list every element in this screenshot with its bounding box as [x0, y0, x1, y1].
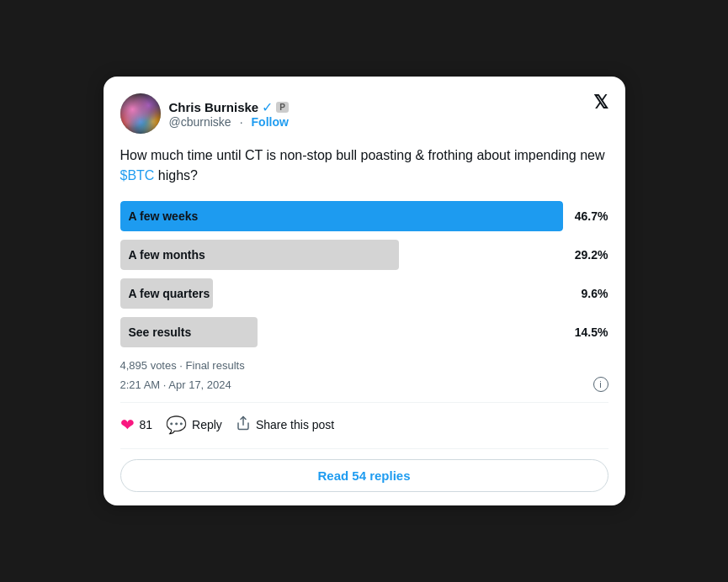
- user-handle: @cburniske: [169, 115, 231, 129]
- tweet-text-part2: highs?: [154, 168, 198, 183]
- poll-status: Final results: [186, 359, 245, 372]
- poll-option-4-percentage: 14.5%: [573, 325, 608, 339]
- p-badge: P: [276, 102, 289, 113]
- tweet-text: How much time until CT is non-stop bull …: [120, 146, 608, 186]
- like-action[interactable]: ❤ 81: [120, 411, 167, 438]
- separator: ·: [240, 115, 243, 129]
- poll-option-1[interactable]: A few weeks 46.7%: [120, 201, 608, 231]
- user-info: Chris Burniske ✓ P @cburniske · Follow: [169, 99, 289, 129]
- reply-label: Reply: [192, 418, 222, 431]
- share-label: Share this post: [256, 418, 334, 431]
- poll-separator: ·: [179, 359, 185, 372]
- poll-option-1-percentage: 46.7%: [573, 209, 608, 223]
- x-logo-icon: 𝕏: [593, 93, 608, 112]
- info-icon[interactable]: i: [593, 377, 608, 392]
- reply-bubble-icon: 💬: [166, 415, 187, 435]
- timestamp-row: 2:21 AM · Apr 17, 2024 i: [120, 377, 608, 403]
- follow-button[interactable]: Follow: [252, 115, 289, 129]
- tweet-header: Chris Burniske ✓ P @cburniske · Follow 𝕏: [120, 93, 608, 134]
- like-count: 81: [140, 418, 153, 431]
- user-info-section: Chris Burniske ✓ P @cburniske · Follow: [120, 93, 289, 134]
- avatar: [120, 93, 161, 134]
- poll-option-3-percentage: 9.6%: [573, 287, 608, 300]
- display-name: Chris Burniske: [169, 100, 259, 114]
- reply-action[interactable]: 💬 Reply: [166, 411, 236, 438]
- btc-link[interactable]: $BTC: [120, 168, 155, 183]
- poll-option-2-percentage: 29.2%: [573, 248, 608, 262]
- vote-count: 4,895 votes: [120, 359, 177, 372]
- verified-icon: ✓: [262, 99, 273, 115]
- poll-option-3[interactable]: A few quarters 9.6%: [120, 278, 608, 309]
- poll-option-4-label: See results: [129, 325, 192, 339]
- poll-option-4[interactable]: See results 14.5%: [120, 317, 608, 347]
- timestamp: 2:21 AM · Apr 17, 2024: [120, 378, 231, 391]
- heart-icon: ❤: [120, 415, 135, 435]
- tweet-text-part1: How much time until CT is non-stop bull …: [120, 148, 605, 162]
- name-row: Chris Burniske ✓ P: [169, 99, 289, 115]
- share-action[interactable]: Share this post: [236, 412, 348, 437]
- poll: A few weeks 46.7% A few months 29.2% A f…: [120, 201, 608, 347]
- poll-option-2[interactable]: A few months 29.2%: [120, 240, 608, 270]
- poll-option-3-label: A few quarters: [129, 287, 210, 300]
- actions-row: ❤ 81 💬 Reply Share this post: [120, 411, 608, 449]
- share-icon: [236, 415, 251, 434]
- read-replies-button[interactable]: Read 54 replies: [120, 459, 608, 492]
- poll-meta: 4,895 votes · Final results: [120, 359, 608, 372]
- poll-option-1-label: A few weeks: [129, 209, 199, 223]
- tweet-card: Chris Burniske ✓ P @cburniske · Follow 𝕏…: [104, 77, 625, 505]
- poll-option-2-label: A few months: [129, 248, 205, 262]
- handle-row: @cburniske · Follow: [169, 115, 289, 129]
